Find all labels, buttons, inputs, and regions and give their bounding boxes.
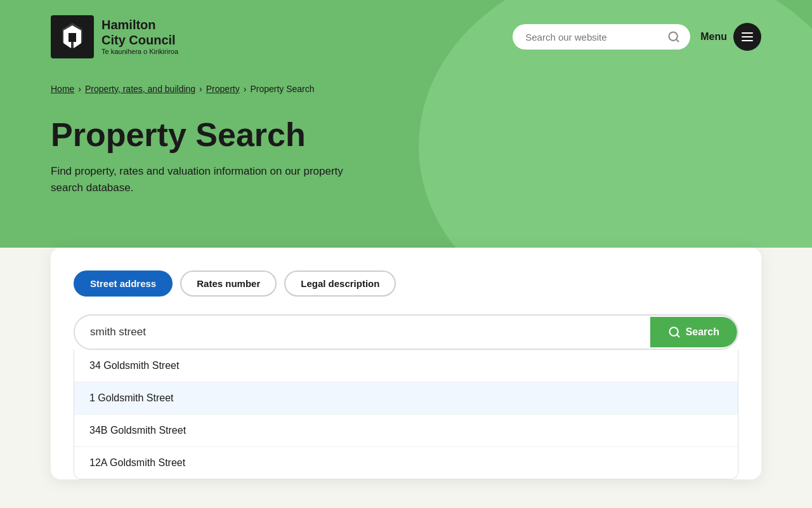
hero-section: Hamilton City Council Te kaunihera o Kir… xyxy=(0,0,812,273)
svg-rect-0 xyxy=(69,33,76,42)
search-button[interactable]: Search xyxy=(650,317,737,347)
search-results-dropdown: 34 Goldsmith Street 1 Goldsmith Street 3… xyxy=(74,350,738,479)
breadcrumb-sep-3: › xyxy=(244,84,247,94)
breadcrumb: Home › Property, rates, and building › P… xyxy=(0,74,812,104)
svg-line-4 xyxy=(677,335,679,337)
search-tabs: Street address Rates number Legal descri… xyxy=(74,271,738,297)
breadcrumb-property[interactable]: Property xyxy=(206,84,240,94)
search-btn-icon xyxy=(668,326,681,338)
site-search-bar[interactable] xyxy=(513,24,690,50)
logo-box xyxy=(51,15,94,58)
breadcrumb-sep-1: › xyxy=(78,84,81,94)
logo-icon xyxy=(58,20,86,53)
result-item-4[interactable]: 12A Goldsmith Street xyxy=(74,447,738,479)
logo: Hamilton City Council Te kaunihera o Kir… xyxy=(51,15,178,58)
navbar: Hamilton City Council Te kaunihera o Kir… xyxy=(0,0,812,74)
page-title-area: Property Search Find property, rates and… xyxy=(0,104,812,221)
menu-label: Menu xyxy=(700,31,727,43)
breadcrumb-property-rates[interactable]: Property, rates, and building xyxy=(85,84,195,94)
page-description: Find property, rates and valuation infor… xyxy=(51,163,368,196)
breadcrumb-current: Property Search xyxy=(250,84,314,94)
breadcrumb-sep-2: › xyxy=(199,84,202,94)
address-search-input[interactable] xyxy=(75,316,650,349)
svg-line-2 xyxy=(676,39,679,42)
tab-street-address[interactable]: Street address xyxy=(74,271,173,297)
tab-legal-description[interactable]: Legal description xyxy=(284,271,396,297)
org-tagline: Te kaunihera o Kirikiriroa xyxy=(102,48,178,56)
search-button-label: Search xyxy=(686,326,719,338)
org-name: Hamilton xyxy=(102,17,178,32)
org-name2: City Council xyxy=(102,32,178,48)
site-search-input[interactable] xyxy=(525,32,662,43)
menu-icon xyxy=(733,23,761,51)
menu-button[interactable]: Menu xyxy=(700,23,761,51)
main-content: Street address Rates number Legal descri… xyxy=(0,248,812,508)
result-item-3[interactable]: 34B Goldsmith Street xyxy=(74,415,738,447)
result-item-2[interactable]: 1 Goldsmith Street xyxy=(74,382,738,415)
search-card: Street address Rates number Legal descri… xyxy=(51,248,761,479)
nav-right: Menu xyxy=(513,23,761,51)
tab-rates-number[interactable]: Rates number xyxy=(180,271,277,297)
search-input-row: Search xyxy=(74,314,738,350)
result-item-1[interactable]: 34 Goldsmith Street xyxy=(74,350,738,382)
breadcrumb-home[interactable]: Home xyxy=(51,84,74,94)
logo-text: Hamilton City Council Te kaunihera o Kir… xyxy=(102,17,178,56)
search-icon xyxy=(667,30,680,43)
page-title: Property Search xyxy=(51,117,761,153)
